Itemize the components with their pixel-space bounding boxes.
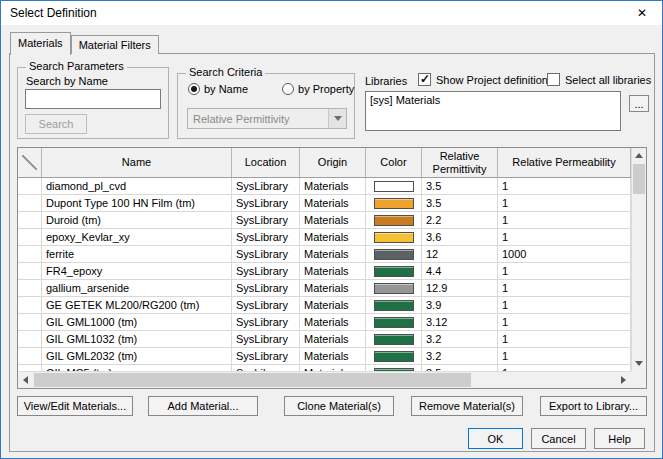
cell-relative-permeability: 1: [498, 280, 631, 296]
color-swatch: [374, 351, 414, 362]
cell-location: SysLibrary: [232, 178, 300, 194]
color-swatch: [374, 266, 414, 277]
scroll-left-button[interactable]: [18, 372, 33, 388]
header-color[interactable]: Color: [366, 148, 422, 177]
table-row[interactable]: ferrite SysLibrary Materials 12 1000: [18, 246, 631, 263]
cell-name: epoxy_Kevlar_xy: [42, 229, 232, 245]
header-relative-permeability[interactable]: Relative Permeability: [498, 148, 631, 177]
cell-relative-permeability: 1: [498, 314, 631, 330]
by-name-radio[interactable]: [188, 83, 200, 95]
cell-origin: Materials: [300, 178, 366, 194]
cell-color: [366, 263, 422, 279]
table-row[interactable]: GIL GML1032 (tm) SysLibrary Materials 3.…: [18, 331, 631, 348]
tab-material-filters[interactable]: Material Filters: [71, 35, 159, 54]
libraries-list[interactable]: [sys] Materials: [365, 91, 621, 131]
cell-origin: Materials: [300, 314, 366, 330]
cell-name: GIL GML1032 (tm): [42, 331, 232, 347]
view-edit-materials-button[interactable]: View/Edit Materials...: [17, 396, 133, 416]
property-select[interactable]: Relative Permittivity: [187, 108, 347, 129]
select-all-libraries-checkbox[interactable]: Select all libraries: [547, 73, 651, 86]
library-list-item[interactable]: [sys] Materials: [366, 92, 620, 108]
vertical-scrollbar[interactable]: [631, 148, 646, 371]
horizontal-scroll-thumb[interactable]: [34, 373, 471, 387]
sort-header-cell[interactable]: [18, 148, 42, 177]
header-relative-permittivity[interactable]: Relative Permittivity: [422, 148, 498, 177]
cell-name: GIL GML2032 (tm): [42, 348, 232, 364]
search-criteria-group: Search Criteria by Name by Property Rela…: [177, 73, 355, 139]
cell-location: SysLibrary: [232, 212, 300, 228]
by-property-radio[interactable]: [282, 83, 294, 95]
color-swatch: [374, 249, 414, 260]
row-gutter-cell: [18, 195, 42, 211]
vertical-scroll-thumb[interactable]: [633, 164, 645, 194]
table-row[interactable]: Dupont Type 100 HN Film (tm) SysLibrary …: [18, 195, 631, 212]
cell-relative-permeability: 1: [498, 297, 631, 313]
cell-location: SysLibrary: [232, 314, 300, 330]
materials-table: Name Location Origin Color Relative Perm…: [17, 147, 647, 389]
show-project-definitions-checkbox[interactable]: Show Project definitions: [418, 73, 553, 86]
cell-origin: Materials: [300, 212, 366, 228]
search-parameters-group: Search Parameters Search by Name Search: [17, 67, 169, 139]
export-to-library-button[interactable]: Export to Library...: [540, 396, 647, 416]
help-button[interactable]: Help: [594, 428, 645, 449]
table-row[interactable]: gallium_arsenide SysLibrary Materials 12…: [18, 280, 631, 297]
header-name[interactable]: Name: [42, 148, 232, 177]
cell-origin: Materials: [300, 246, 366, 262]
browse-libraries-button[interactable]: ...: [629, 95, 649, 112]
ok-button[interactable]: OK: [468, 428, 523, 449]
cell-relative-permeability: 1: [498, 195, 631, 211]
search-by-name-label: Search by Name: [26, 75, 108, 87]
row-gutter-cell: [18, 331, 42, 347]
close-button[interactable]: ✕: [622, 1, 662, 25]
search-criteria-radios: by Name by Property: [188, 83, 348, 95]
row-gutter-cell: [18, 280, 42, 296]
color-swatch: [374, 334, 414, 345]
materials-table-body: diamond_pl_cvd SysLibrary Materials 3.5 …: [18, 178, 631, 371]
horizontal-scrollbar[interactable]: [18, 371, 631, 388]
cell-location: SysLibrary: [232, 348, 300, 364]
cell-relative-permeability: 1: [498, 331, 631, 347]
add-material-button[interactable]: Add Material...: [148, 396, 258, 416]
remove-material-button[interactable]: Remove Material(s): [411, 396, 523, 416]
cell-location: SysLibrary: [232, 229, 300, 245]
cell-relative-permittivity: 3.9: [422, 297, 498, 313]
table-row[interactable]: epoxy_Kevlar_xy SysLibrary Materials 3.6…: [18, 229, 631, 246]
cell-relative-permittivity: 3.2: [422, 331, 498, 347]
tab-strip: Materials Material Filters: [10, 31, 159, 54]
row-gutter-cell: [18, 263, 42, 279]
by-name-label[interactable]: by Name: [204, 83, 248, 95]
tab-materials[interactable]: Materials: [10, 32, 71, 55]
table-row[interactable]: GIL GML1000 (tm) SysLibrary Materials 3.…: [18, 314, 631, 331]
header-location[interactable]: Location: [232, 148, 300, 177]
table-row[interactable]: GE GETEK ML200/RG200 (tm) SysLibrary Mat…: [18, 297, 631, 314]
scroll-right-button[interactable]: [616, 372, 631, 388]
scroll-up-button[interactable]: [632, 148, 646, 163]
scroll-down-button[interactable]: [632, 356, 646, 371]
table-row[interactable]: diamond_pl_cvd SysLibrary Materials 3.5 …: [18, 178, 631, 195]
cell-relative-permeability: 1: [498, 263, 631, 279]
cell-relative-permittivity: 12.9: [422, 280, 498, 296]
by-property-label[interactable]: by Property: [298, 83, 354, 95]
cell-color: [366, 280, 422, 296]
cell-location: SysLibrary: [232, 331, 300, 347]
search-by-name-input[interactable]: [25, 89, 161, 109]
cell-relative-permittivity: 2.2: [422, 212, 498, 228]
scroll-left-icon: [23, 376, 28, 384]
table-row[interactable]: FR4_epoxy SysLibrary Materials 4.4 1: [18, 263, 631, 280]
show-project-definitions-label: Show Project definitions: [436, 74, 553, 86]
cell-name: Dupont Type 100 HN Film (tm): [42, 195, 232, 211]
table-row[interactable]: Duroid (tm) SysLibrary Materials 2.2 1: [18, 212, 631, 229]
search-button[interactable]: Search: [25, 114, 87, 134]
clone-material-button[interactable]: Clone Material(s): [284, 396, 394, 416]
table-row[interactable]: GIL GML2032 (tm) SysLibrary Materials 3.…: [18, 348, 631, 365]
cell-name: GIL GML1000 (tm): [42, 314, 232, 330]
scroll-down-icon: [635, 361, 643, 366]
property-select-arrow[interactable]: [328, 109, 346, 128]
cancel-button[interactable]: Cancel: [531, 428, 586, 449]
cell-relative-permittivity: 3.12: [422, 314, 498, 330]
color-swatch: [374, 232, 414, 243]
header-origin[interactable]: Origin: [300, 148, 366, 177]
cell-origin: Materials: [300, 348, 366, 364]
color-swatch: [374, 181, 414, 192]
cell-color: [366, 314, 422, 330]
